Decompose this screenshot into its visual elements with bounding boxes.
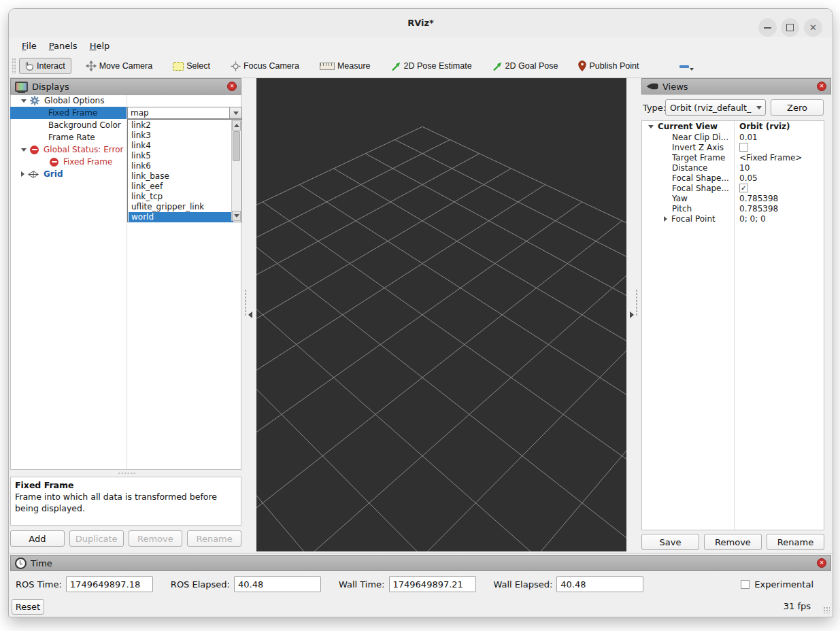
wall-elapsed-field[interactable]: [556, 576, 643, 592]
fixed-frame-dropdown: link2link3link4link5link6link_baselink_e…: [127, 119, 242, 222]
reset-button[interactable]: Reset: [12, 599, 44, 615]
views-property-row[interactable]: Distance10: [643, 163, 823, 173]
tool-2d-goal-pose[interactable]: 2D Goal Pose: [486, 58, 565, 75]
views-property-row[interactable]: Focal Shape...✓: [643, 183, 823, 193]
displays-tree-row[interactable]: Fixed Frame: [10, 107, 127, 119]
dropdown-option-link5[interactable]: link5: [129, 151, 233, 161]
scroll-up-button[interactable]: [232, 120, 241, 131]
scrollbar-thumb[interactable]: [233, 131, 240, 161]
view-type-combo[interactable]: Orbit (rviz_default_: [665, 99, 766, 116]
scroll-down-button[interactable]: [232, 211, 241, 221]
collapse-right-arrow-icon[interactable]: [630, 311, 634, 318]
time-close-button[interactable]: [817, 558, 826, 568]
expander-closed-icon[interactable]: [664, 216, 667, 222]
dropdown-option-link_eef[interactable]: link_eef: [129, 182, 233, 192]
tool-interact[interactable]: Interact: [19, 58, 71, 74]
fixed-frame-combo-button[interactable]: [229, 107, 241, 118]
tool-move-camera[interactable]: Move Camera: [80, 57, 159, 75]
time-panel-header[interactable]: Time: [10, 555, 831, 571]
views-panel-header[interactable]: Views: [641, 78, 831, 95]
views-property-row[interactable]: Current ViewOrbit (rviz): [643, 121, 823, 132]
property-value[interactable]: [737, 142, 748, 152]
expander-closed-icon[interactable]: [21, 171, 24, 177]
expander-open-icon[interactable]: [648, 125, 654, 129]
menu-item-panels[interactable]: Panels: [43, 39, 84, 53]
viewport-3d[interactable]: [256, 78, 626, 551]
dropdown-option-link6[interactable]: link6: [129, 161, 233, 171]
dropdown-option-link4[interactable]: link4: [129, 141, 233, 151]
dropdown-option-link3[interactable]: link3: [129, 131, 233, 141]
property-value[interactable]: ✓: [737, 183, 748, 193]
minimize-button[interactable]: [758, 18, 777, 37]
tool-add-tool-plus[interactable]: [653, 63, 665, 69]
time-panel-title: Time: [31, 558, 52, 568]
views-close-button[interactable]: [817, 82, 826, 91]
tree-item-label: Global Status: Error: [42, 145, 123, 154]
remove-tool-minus-icon: [679, 65, 689, 68]
menu-item-file[interactable]: File: [16, 39, 43, 53]
displays-panel-header[interactable]: Displays: [10, 78, 241, 95]
property-value: 10: [737, 163, 750, 173]
toolbar-drag-handle[interactable]: [12, 58, 16, 74]
dropdown-option-uflite_gripper_link[interactable]: uflite_gripper_link: [129, 202, 233, 212]
title-bar[interactable]: RViz* ✕: [9, 9, 833, 38]
property-value: 0; 0; 0: [737, 214, 766, 224]
wall-time-label: Wall Time:: [339, 579, 385, 590]
menu-item-help[interactable]: Help: [84, 39, 116, 53]
collapse-left-arrow-icon[interactable]: [248, 311, 252, 318]
dropdown-option-world[interactable]: world: [129, 212, 233, 222]
displays-close-button[interactable]: [227, 82, 237, 91]
add-button[interactable]: Add: [10, 530, 65, 547]
views-property-row[interactable]: Focal Shape...0.05: [643, 173, 823, 183]
tool-remove-tool-minus[interactable]: [673, 61, 695, 71]
displays-panel-title: Displays: [32, 82, 69, 92]
dropdown-option-link2[interactable]: link2: [129, 120, 233, 131]
dropdown-scrollbar[interactable]: [231, 120, 241, 221]
property-value: 0.785398: [737, 203, 778, 214]
views-remove-button[interactable]: Remove: [704, 534, 762, 550]
right-splitter[interactable]: [626, 78, 640, 551]
views-property-row[interactable]: Target Frame<Fixed Frame>: [643, 152, 823, 163]
views-property-row[interactable]: Pitch0.785398: [643, 203, 823, 214]
tool-focus-camera[interactable]: Focus Camera: [224, 58, 305, 75]
views-property-row[interactable]: Focal Point0; 0; 0: [643, 214, 823, 224]
dropdown-option-link_base[interactable]: link_base: [129, 171, 233, 182]
close-button[interactable]: ✕: [804, 18, 822, 37]
views-property-row[interactable]: Near Clip Di...0.01: [643, 132, 823, 142]
wall-time-field[interactable]: [389, 576, 476, 592]
chevron-down-icon: [756, 106, 762, 109]
property-name: Invert Z Axis: [672, 143, 724, 152]
displays-splitter-handle[interactable]: [118, 472, 135, 475]
property-name: Focal Shape...: [672, 173, 729, 183]
tool-2d-pose-estimate[interactable]: 2D Pose Estimate: [385, 58, 478, 75]
displays-tree-row[interactable]: Global Options: [10, 95, 241, 107]
fixed-frame-combo[interactable]: map: [127, 107, 242, 119]
left-splitter[interactable]: [243, 78, 256, 551]
maximize-button[interactable]: [781, 18, 799, 37]
zero-button[interactable]: Zero: [771, 99, 824, 116]
view-type-combo-button[interactable]: [753, 106, 765, 109]
property-checkbox[interactable]: ✓: [739, 184, 748, 192]
scroll-up-icon: [234, 124, 239, 127]
views-save-button[interactable]: Save: [641, 534, 699, 550]
dropdown-option-link_tcp[interactable]: link_tcp: [129, 192, 233, 202]
pose-estimate-arrow-icon: [391, 61, 401, 71]
tool-publish-point[interactable]: Publish Point: [572, 57, 645, 75]
tool-measure[interactable]: Measure: [314, 58, 377, 74]
chevron-down-icon: [690, 68, 694, 71]
property-checkbox[interactable]: [739, 143, 748, 152]
experimental-checkbox[interactable]: [741, 580, 750, 589]
views-property-row[interactable]: Invert Z Axis: [643, 142, 823, 152]
ros-time-field[interactable]: [66, 576, 153, 592]
maximize-icon: [786, 24, 794, 31]
views-rename-button[interactable]: Rename: [767, 534, 824, 550]
error-status-icon: [30, 146, 39, 154]
tree-item-label: Global Options: [43, 96, 104, 105]
views-property-row[interactable]: Yaw0.785398: [643, 193, 823, 203]
resize-grip[interactable]: [823, 607, 830, 613]
tool-select[interactable]: Select: [167, 58, 216, 74]
tool-label: 2D Pose Estimate: [404, 61, 472, 71]
expander-open-icon[interactable]: [21, 148, 27, 152]
expander-open-icon[interactable]: [21, 99, 27, 103]
ros-elapsed-field[interactable]: [234, 576, 321, 592]
